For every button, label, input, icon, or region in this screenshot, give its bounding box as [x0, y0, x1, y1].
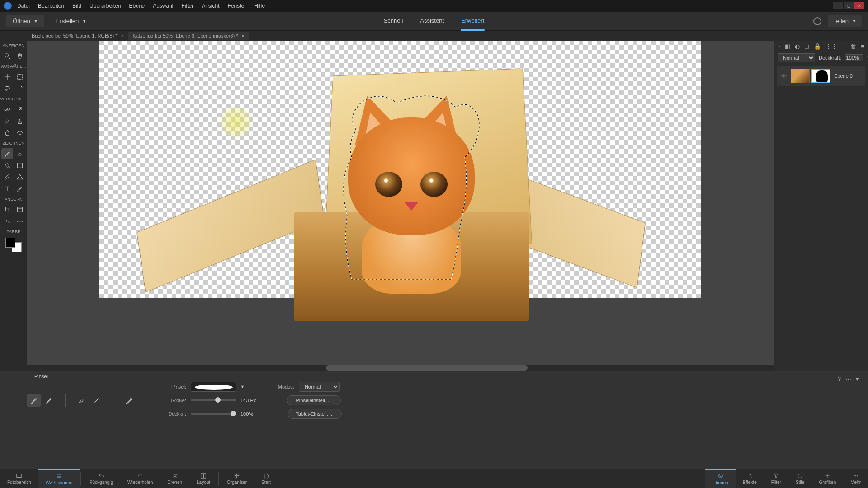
brush-tool[interactable] [1, 148, 13, 159]
eraser-tool[interactable] [14, 148, 26, 159]
window-close-button[interactable]: ✕ [854, 2, 864, 9]
layer-fx-icon[interactable]: ⋮⋮ [826, 43, 837, 50]
blend-mode-select[interactable]: Normal [299, 382, 340, 392]
brush-variant-pattern[interactable] [90, 394, 104, 407]
lasso-tool[interactable] [1, 83, 13, 94]
scrollbar-thumb[interactable] [326, 365, 528, 371]
brush-variant-color-replace[interactable] [122, 394, 136, 407]
blend-mode-select[interactable]: Normal [778, 53, 815, 62]
nav-tool-options[interactable]: WZ-Optionen [38, 469, 80, 488]
layer-name[interactable]: Ebene 0 [834, 73, 853, 79]
panel-menu-icon[interactable]: ≡ [861, 43, 864, 50]
nav-styles[interactable]: Stile [788, 469, 811, 488]
nav-layout[interactable]: Layout [189, 469, 217, 488]
nav-more[interactable]: Mehr [843, 469, 868, 488]
brush-preset-picker[interactable] [191, 382, 236, 392]
nav-graphics[interactable]: Grafiken [811, 469, 843, 488]
close-icon[interactable]: × [241, 33, 244, 38]
new-layer-icon[interactable]: ▫ [778, 43, 780, 50]
menu-edit[interactable]: Bearbeiten [38, 3, 64, 9]
tablet-settings-button[interactable]: Tablet-Einstell. ... [288, 409, 342, 419]
lock-layer-icon[interactable]: 🔒 [814, 43, 821, 50]
create-button[interactable]: Erstellen▼ [50, 15, 93, 27]
layer-row[interactable]: Ebene 0 [777, 66, 865, 86]
mode-guided[interactable]: Assistent [420, 12, 444, 31]
nav-effects[interactable]: Effekte [736, 469, 764, 488]
close-icon[interactable]: × [121, 33, 124, 38]
spot-heal-tool[interactable] [14, 104, 26, 115]
nav-layers[interactable]: Ebenen [705, 469, 735, 488]
window-minimize-button[interactable]: — [833, 2, 843, 9]
move-tool[interactable] [1, 71, 13, 82]
recompose-tool[interactable] [14, 204, 26, 215]
sponge-tool[interactable] [14, 127, 26, 138]
canvas-area[interactable] [27, 41, 774, 371]
pencil-tool[interactable] [14, 183, 26, 194]
hand-tool[interactable] [14, 51, 26, 61]
menu-filter[interactable]: Filter [182, 3, 194, 9]
zoom-tool[interactable] [1, 51, 13, 61]
tab-document-1[interactable]: Buch.jpeg bei 50% (Ebene 1, RGB/8) *× [27, 32, 128, 40]
nav-organizer[interactable]: Organizer [220, 469, 254, 488]
color-picker-tool[interactable] [1, 172, 13, 183]
nav-undo[interactable]: Rückgängig [82, 469, 120, 488]
adjustment-layer-icon[interactable]: ◐ [795, 43, 800, 50]
redeye-tool[interactable] [1, 104, 13, 115]
magic-wand-tool[interactable] [14, 83, 26, 94]
marquee-tool[interactable] [14, 71, 26, 82]
color-swatch[interactable] [5, 238, 22, 252]
window-maximize-button[interactable]: ◻ [844, 2, 854, 9]
straighten-tool[interactable] [14, 216, 26, 227]
layer-mask-thumbnail[interactable] [811, 69, 830, 83]
brush-variant-normal[interactable] [27, 394, 41, 407]
layer-group-icon[interactable]: ◧ [785, 43, 790, 50]
horizontal-scrollbar[interactable] [27, 365, 774, 371]
nav-photo-bin[interactable]: Fotobereich [0, 469, 38, 488]
nav-rotate[interactable]: Drehen [160, 469, 189, 488]
layer-mask-icon[interactable]: ◻ [804, 43, 809, 50]
collapse-icon[interactable]: ▾ [856, 375, 859, 382]
canvas[interactable] [99, 41, 701, 298]
menu-image[interactable]: Bild [72, 3, 81, 9]
foreground-color[interactable] [5, 238, 15, 248]
shape-tool[interactable] [14, 172, 26, 183]
menu-select[interactable]: Auswahl [153, 3, 173, 9]
opacity-input[interactable] [845, 54, 863, 61]
brush-variant-impressionist[interactable] [42, 394, 56, 407]
size-slider[interactable] [191, 399, 236, 401]
nav-redo[interactable]: Wiederholen [120, 469, 160, 488]
nav-home[interactable]: Start [254, 469, 278, 488]
chevron-down-icon[interactable]: ▼ [241, 385, 245, 389]
paint-bucket-tool[interactable] [1, 160, 13, 171]
menu-layer[interactable]: Ebene [129, 3, 145, 9]
blur-tool[interactable] [1, 127, 13, 138]
help-icon[interactable]: ? [838, 375, 841, 382]
theme-toggle-icon[interactable] [813, 17, 821, 25]
menu-view[interactable]: Ansicht [202, 3, 219, 9]
opacity-value[interactable]: 100% [241, 411, 253, 417]
size-value[interactable]: 143 Px [241, 398, 256, 403]
share-button[interactable]: Teilen▼ [828, 15, 862, 27]
clone-stamp-tool[interactable] [14, 116, 26, 127]
visibility-icon[interactable] [781, 73, 787, 79]
panel-menu-icon[interactable]: ⋯ [845, 375, 851, 382]
gradient-tool[interactable] [14, 160, 26, 171]
layer-thumbnail[interactable] [791, 69, 810, 83]
menu-window[interactable]: Fenster [228, 3, 246, 9]
brush-variant-wet[interactable] [75, 394, 88, 407]
mode-quick[interactable]: Schnell [384, 12, 403, 31]
text-tool[interactable] [1, 183, 13, 194]
nav-filters[interactable]: Filter [764, 469, 788, 488]
menu-enhance[interactable]: Überarbeiten [90, 3, 121, 9]
chevron-down-icon[interactable]: ▼ [867, 56, 868, 60]
smart-brush-tool[interactable] [1, 116, 13, 127]
menu-help[interactable]: Hilfe [254, 3, 265, 9]
menu-file[interactable]: Datei [17, 3, 30, 9]
tab-document-2[interactable]: Katze.jpg bei 50% (Ebene 0, Ebenenmaske/… [128, 32, 249, 40]
delete-layer-icon[interactable]: 🗑 [850, 43, 856, 50]
content-aware-move-tool[interactable] [1, 216, 13, 227]
brush-settings-button[interactable]: Pinseleinstell. ... [287, 395, 341, 405]
opacity-slider[interactable] [191, 413, 236, 415]
mode-expert[interactable]: Erweitert [461, 12, 484, 31]
crop-tool[interactable] [1, 204, 13, 215]
